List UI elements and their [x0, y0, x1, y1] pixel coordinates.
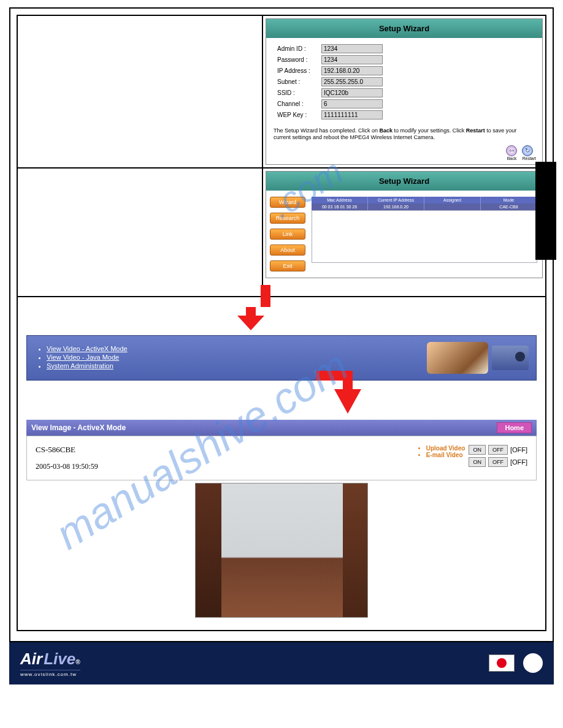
channel-value: 6: [321, 99, 383, 108]
camera-name: CS-586CBE: [36, 445, 98, 455]
research-button[interactable]: Research: [270, 213, 305, 224]
ssid-value: IQC120b: [321, 88, 383, 97]
device-table-header: Mac Address Current IP Address Assigned …: [312, 197, 537, 203]
admin-id-value: 1234: [321, 44, 383, 53]
link-java-mode[interactable]: View Video - Java Mode: [47, 354, 119, 361]
subnet-label: Subnet :: [277, 78, 321, 85]
welcome-panel: View Video - ActiveX Mode View Video - J…: [26, 335, 537, 381]
upload-on-button[interactable]: ON: [469, 445, 486, 455]
step-desc-1: [18, 16, 263, 169]
link-system-admin[interactable]: System Administration: [47, 362, 113, 370]
japan-flag-icon: [489, 654, 515, 672]
ssid-label: SSID :: [277, 89, 321, 96]
wizard-summary-panel: Setup Wizard Admin ID :1234 Password :12…: [266, 18, 543, 165]
link-activex-mode[interactable]: View Video - ActiveX Mode: [47, 345, 128, 352]
arrow-left-icon: ⇦: [509, 147, 514, 154]
upload-off-button[interactable]: OFF: [488, 445, 508, 455]
view-image-title: View Image - ActiveX Mode: [31, 423, 126, 432]
device-table-row[interactable]: 00 03 1B 01 30 28 192.168.0.20 CAE-CB8: [312, 203, 537, 210]
side-tab: [535, 162, 556, 260]
airlive-logo: AirLive®: [20, 650, 80, 669]
arrow-down-icon: [316, 371, 362, 415]
steps-table: Setup Wizard Admin ID :1234 Password :12…: [17, 15, 546, 631]
wizard2-title: Setup Wizard: [266, 172, 542, 191]
email-video-link[interactable]: E-mail Video: [426, 452, 463, 458]
wizard-list-panel: Setup Wizard Wizard Research Link About …: [266, 171, 543, 278]
step-desc-2: [18, 169, 263, 297]
back-button[interactable]: ⇦: [506, 145, 517, 156]
wep-label: WEP Key :: [277, 112, 321, 118]
logo-url: www.ovislink.com.tw: [20, 670, 80, 677]
wizard-note: The Setup Wizard has completed. Click on…: [266, 125, 542, 143]
restart-button[interactable]: ↻: [522, 145, 533, 156]
timestamp: 2005-03-08 19:50:59: [36, 462, 98, 471]
video-frame: [195, 483, 368, 618]
people-image: [427, 342, 488, 374]
password-label: Password :: [277, 56, 321, 63]
refresh-icon: ↻: [525, 147, 530, 154]
about-button[interactable]: About: [270, 245, 305, 256]
live-video-image: [196, 483, 367, 617]
camera-image: [492, 346, 529, 370]
upload-video-link[interactable]: Upload Video: [426, 445, 465, 452]
wizard-button[interactable]: Wizard: [270, 197, 305, 208]
admin-id-label: Admin ID :: [277, 45, 321, 52]
ip-value: 192.168.0.20: [321, 66, 383, 75]
restart-button-label: Restart: [522, 156, 536, 161]
page-footer: AirLive® www.ovislink.com.tw: [9, 642, 554, 684]
channel-label: Channel :: [277, 100, 321, 107]
arrow-down-icon: [236, 285, 270, 332]
home-button[interactable]: Home: [497, 422, 532, 433]
page-number-circle: [523, 653, 543, 673]
email-off-button[interactable]: OFF: [488, 457, 508, 467]
wep-value: 1111111111: [321, 110, 383, 119]
email-state: [OFF]: [510, 458, 527, 466]
view-image-bar: View Image - ActiveX Mode Home: [26, 420, 537, 436]
upload-state: [OFF]: [510, 446, 527, 453]
ip-label: IP Address :: [277, 67, 321, 74]
wizard-title: Setup Wizard: [266, 19, 542, 38]
exit-button[interactable]: Exit: [270, 260, 305, 271]
back-button-label: Back: [506, 156, 517, 161]
subnet-value: 255.255.255.0: [321, 77, 383, 86]
link-button[interactable]: Link: [270, 229, 305, 240]
password-value: 1234: [321, 55, 383, 64]
email-on-button[interactable]: ON: [469, 457, 486, 467]
